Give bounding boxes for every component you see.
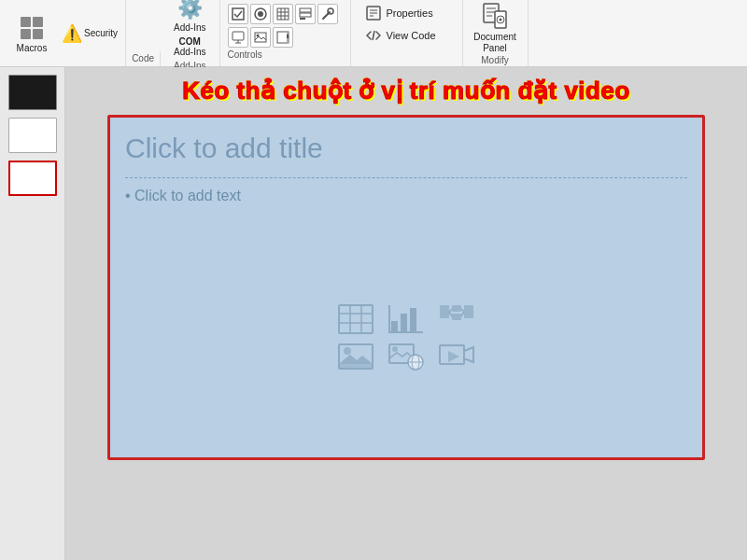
ribbon-group-controls: Controls [220,0,351,66]
svg-line-52 [449,312,452,316]
svg-rect-42 [391,321,398,332]
properties-label: Properties [387,7,433,19]
document-panel-button[interactable]: Document Panel [473,2,516,53]
wrench-control[interactable] [317,4,338,24]
listbox-control[interactable] [295,4,316,24]
document-panel-icon [480,2,510,32]
controls-top-row [228,4,338,24]
macros-label: Macros [17,43,48,54]
svg-rect-48 [452,305,461,312]
svg-line-53 [461,309,464,312]
insert-chart-icon[interactable] [388,304,424,334]
ribbon-group-modify: Document Panel Modify [463,0,529,66]
svg-rect-17 [233,32,244,40]
insert-icons-row-1 [338,304,474,334]
svg-rect-43 [401,314,407,332]
svg-marker-57 [339,355,373,369]
svg-rect-4 [233,8,244,20]
svg-point-6 [258,11,263,17]
slide-thumb-1[interactable] [8,75,57,110]
svg-point-36 [499,18,501,21]
ribbon-group-addins: ⚙️ Add-Ins COM Add-Ins Add-Ins [161,0,219,66]
slide-thumb-2[interactable] [8,118,57,153]
properties-icon [366,6,381,21]
table-control[interactable] [273,4,293,24]
ribbon-toolbar: Macros ⚠️ Security Code ⚙️ Add-Ins COM A… [0,0,747,67]
svg-marker-64 [464,347,473,362]
com-label: COM [179,36,201,47]
slide-canvas[interactable]: Click to add title • Click to add text [107,115,705,460]
svg-rect-1 [33,17,43,27]
slide-editor-area: Kéo thả chuột ở vị trí muốn đặt video Cl… [65,67,747,560]
modify-group-label: Modify [481,55,508,65]
controls-bottom-row [228,27,293,48]
slide-content-area[interactable]: • Click to add text [125,188,687,442]
main-area: Kéo thả chuột ở vị trí muốn đặt video Cl… [0,67,747,560]
checkbox-control[interactable] [228,4,248,24]
svg-rect-3 [33,29,43,39]
svg-rect-14 [300,18,305,20]
svg-rect-44 [410,308,416,332]
security-label: Security [84,28,118,39]
svg-rect-0 [21,17,31,27]
macro-security-button[interactable]: ⚠️ Security [60,21,120,46]
slide-content-placeholder: • Click to add text [125,188,687,204]
slide-thumb-3[interactable] [8,161,57,196]
scrollbar-control[interactable] [273,27,293,48]
svg-rect-37 [339,305,373,333]
svg-rect-47 [440,305,449,318]
svg-line-29 [373,31,374,40]
view-code-label: View Code [387,30,436,41]
svg-point-59 [392,346,398,352]
view-code-button[interactable]: View Code [362,26,451,45]
image-control[interactable] [250,27,271,48]
svg-rect-20 [255,33,266,42]
insert-picture-icon[interactable] [338,342,374,371]
code-group-label: Code [126,51,161,66]
insert-icons-row-2 [338,342,474,371]
insert-online-picture-icon[interactable] [388,342,424,371]
svg-line-54 [461,312,464,316]
svg-rect-13 [300,13,311,17]
ribbon-group-code: Macros ⚠️ Security [4,0,126,66]
macros-button[interactable]: Macros [9,11,54,56]
svg-point-16 [328,8,333,14]
com-addins-label: Add-Ins [174,47,205,57]
svg-rect-50 [464,305,473,318]
macros-icon [17,13,47,43]
addins-icon[interactable]: ⚙️ [177,0,203,21]
slide-title-area[interactable]: Click to add title [125,133,687,178]
document-panel-label2: Panel [483,43,507,53]
insert-smartart-icon[interactable] [439,304,474,334]
instruction-banner: Kéo thả chuột ở vị trí muốn đặt video [182,77,630,105]
view-code-icon [366,28,381,43]
controls-group-label: Controls [228,49,262,60]
addins-label: Add-Ins [174,22,205,33]
monitor-control[interactable] [228,27,248,48]
svg-point-56 [344,347,351,355]
com-addins-button[interactable]: COM Add-Ins [170,35,209,59]
properties-button[interactable]: Properties [362,4,451,22]
svg-rect-24 [287,35,289,38]
radio-control[interactable] [250,4,271,24]
svg-rect-49 [452,314,461,320]
svg-rect-12 [300,8,311,12]
svg-marker-65 [448,351,459,362]
slide-insert-icons [125,232,687,442]
insert-video-icon[interactable] [439,342,474,371]
insert-table-icon[interactable] [338,304,374,334]
svg-line-51 [449,309,452,312]
svg-rect-2 [21,29,31,39]
svg-rect-7 [277,8,289,20]
slide-title-placeholder: Click to add title [125,133,323,163]
ribbon-group-view: Properties View Code [351,0,463,66]
slide-panel [0,67,65,560]
document-panel-label1: Document [473,32,516,43]
warning-icon: ⚠️ [62,23,82,44]
